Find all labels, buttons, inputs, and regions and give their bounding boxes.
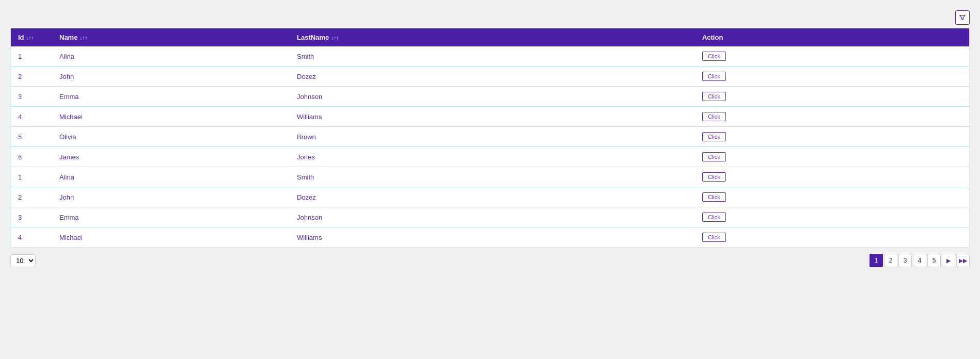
sort-icon-lastname: ↓↑↑ — [331, 35, 339, 41]
cell-lastname: Jones — [290, 147, 695, 167]
action-click-button[interactable]: Click — [702, 172, 726, 182]
cell-action: Click — [695, 46, 969, 67]
filter-button[interactable] — [955, 10, 970, 25]
cell-lastname: Smith — [290, 167, 695, 187]
sort-icon-id: ↓↑↑ — [26, 35, 34, 41]
pagination-last-button[interactable]: ▶▶ — [956, 254, 970, 267]
cell-id: 6 — [11, 147, 52, 167]
cell-id: 3 — [11, 87, 52, 107]
cell-id: 5 — [11, 127, 52, 147]
sort-icon-name: ↓↑↑ — [80, 35, 87, 41]
table-row: 4MichaelWilliamsClick — [11, 227, 969, 248]
header-action: Action — [695, 28, 969, 46]
cell-lastname: Johnson — [290, 207, 695, 227]
header-name[interactable]: Name↓↑↑ — [52, 28, 290, 46]
table-container: Id↓↑↑ Name↓↑↑ LastName↓↑↑ Action 1AlinaS… — [10, 28, 970, 248]
page-wrapper: Id↓↑↑ Name↓↑↑ LastName↓↑↑ Action 1AlinaS… — [0, 0, 980, 359]
cell-name: Michael — [52, 107, 290, 127]
cell-name: Michael — [52, 227, 290, 248]
page-size-select[interactable]: 102550 — [10, 254, 36, 267]
cell-id: 2 — [11, 187, 52, 207]
cell-id: 1 — [11, 46, 52, 67]
table-row: 3EmmaJohnsonClick — [11, 87, 969, 107]
cell-action: Click — [695, 87, 969, 107]
action-click-button[interactable]: Click — [702, 132, 726, 141]
header-lastname[interactable]: LastName↓↑↑ — [290, 28, 695, 46]
filter-icon-wrapper — [10, 10, 970, 25]
cell-id: 2 — [11, 67, 52, 87]
cell-action: Click — [695, 127, 969, 147]
page-number-button[interactable]: 2 — [884, 254, 897, 267]
cell-name: Olivia — [52, 127, 290, 147]
cell-lastname: Dozez — [290, 67, 695, 87]
cell-lastname: Williams — [290, 227, 695, 248]
cell-action: Click — [695, 167, 969, 187]
page-number-button[interactable]: 3 — [898, 254, 912, 267]
cell-id: 3 — [11, 207, 52, 227]
action-click-button[interactable]: Click — [702, 192, 726, 202]
cell-action: Click — [695, 207, 969, 227]
cell-lastname: Johnson — [290, 87, 695, 107]
action-click-button[interactable]: Click — [702, 112, 726, 121]
cell-name: Emma — [52, 87, 290, 107]
table-row: 1AlinaSmithClick — [11, 167, 969, 187]
page-number-button[interactable]: 5 — [927, 254, 941, 267]
cell-action: Click — [695, 147, 969, 167]
cell-action: Click — [695, 107, 969, 127]
pagination-controls: 12345▶▶▶ — [870, 254, 970, 267]
table-row: 5OliviaBrownClick — [11, 127, 969, 147]
table-header-row: Id↓↑↑ Name↓↑↑ LastName↓↑↑ Action — [11, 28, 969, 46]
cell-lastname: Smith — [290, 46, 695, 67]
action-click-button[interactable]: Click — [702, 233, 726, 242]
header-id[interactable]: Id↓↑↑ — [11, 28, 52, 46]
action-click-button[interactable]: Click — [702, 213, 726, 222]
table-row: 2JohnDozezClick — [11, 67, 969, 87]
action-click-button[interactable]: Click — [702, 72, 726, 81]
cell-action: Click — [695, 67, 969, 87]
filter-icon — [959, 14, 966, 21]
data-table: Id↓↑↑ Name↓↑↑ LastName↓↑↑ Action 1AlinaS… — [11, 28, 969, 247]
cell-lastname: Dozez — [290, 187, 695, 207]
pagination-next-button[interactable]: ▶ — [942, 254, 955, 267]
cell-lastname: Brown — [290, 127, 695, 147]
cell-id: 1 — [11, 167, 52, 187]
cell-name: John — [52, 67, 290, 87]
cell-action: Click — [695, 227, 969, 248]
cell-name: Alina — [52, 46, 290, 67]
action-click-button[interactable]: Click — [702, 92, 726, 101]
table-row: 1AlinaSmithClick — [11, 46, 969, 67]
cell-name: John — [52, 187, 290, 207]
action-click-button[interactable]: Click — [702, 52, 726, 61]
cell-lastname: Williams — [290, 107, 695, 127]
table-row: 4MichaelWilliamsClick — [11, 107, 969, 127]
cell-id: 4 — [11, 227, 52, 248]
page-number-button[interactable]: 4 — [913, 254, 926, 267]
cell-name: Alina — [52, 167, 290, 187]
cell-name: James — [52, 147, 290, 167]
table-row: 2JohnDozezClick — [11, 187, 969, 207]
pagination-bar: 102550 12345▶▶▶ — [10, 254, 970, 267]
action-click-button[interactable]: Click — [702, 152, 726, 161]
cell-name: Emma — [52, 207, 290, 227]
cell-action: Click — [695, 187, 969, 207]
page-number-button[interactable]: 1 — [870, 254, 883, 267]
table-row: 6JamesJonesClick — [11, 147, 969, 167]
cell-id: 4 — [11, 107, 52, 127]
table-row: 3EmmaJohnsonClick — [11, 207, 969, 227]
